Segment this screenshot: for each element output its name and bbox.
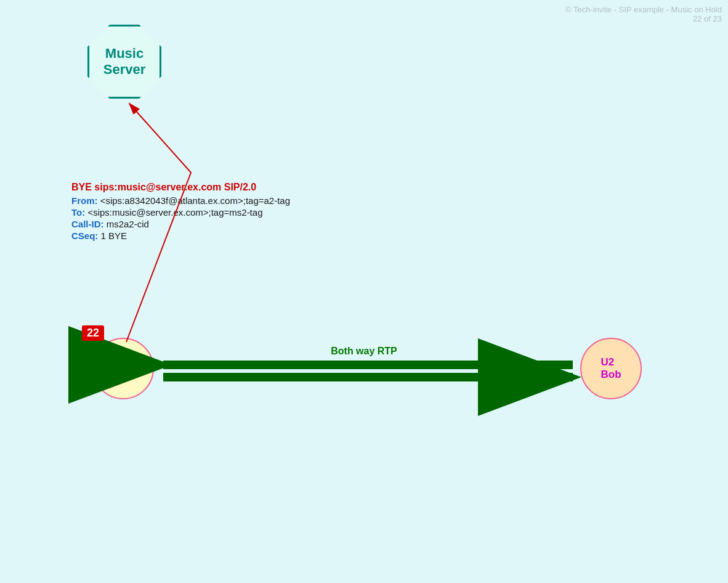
rtp-label-text: Both way RTP [331, 346, 397, 356]
copyright: © Tech-invite - SIP example - Music on H… [565, 5, 722, 23]
sip-to-label: To: [71, 207, 85, 218]
copyright-line1: © Tech-invite - SIP example - Music on H… [565, 5, 722, 14]
u1-alice-node: U1 Alice [92, 338, 154, 399]
sip-to-field: To: <sips:music@server.ex.com>;tag=ms2-t… [71, 207, 290, 218]
copyright-line2: 22 of 23 [565, 14, 722, 23]
music-server-shape: Music Server [87, 25, 161, 99]
sip-message-block: BYE sips:music@server.ex.com SIP/2.0 Fro… [71, 182, 290, 242]
sip-cseq-label: CSeq: [71, 230, 98, 241]
step-badge: 22 [82, 325, 104, 341]
sip-cseq-field: CSeq: 1 BYE [71, 230, 290, 241]
sip-bye-line: BYE sips:music@server.ex.com SIP/2.0 [71, 182, 290, 193]
u2-label: U2 Bob [601, 356, 621, 381]
u1-alice-circle: U1 Alice [92, 338, 154, 399]
sip-from-value: <sips:a8342043f@atlanta.ex.com>;tag=a2-t… [100, 195, 290, 206]
sip-callid-value: ms2a2-cid [107, 219, 149, 229]
sip-callid-label: Call-ID: [71, 219, 104, 229]
sip-from-label: From: [71, 195, 98, 206]
music-server-label: Music Server [103, 46, 146, 78]
sip-to-value: <sips:music@server.ex.com>;tag=ms2-tag [87, 207, 262, 218]
sip-callid-field: Call-ID: ms2a2-cid [71, 219, 290, 229]
u2-bob-node: U2 Bob [580, 338, 642, 399]
u2-bob-circle: U2 Bob [580, 338, 642, 399]
sip-from-field: From: <sips:a8342043f@atlanta.ex.com>;ta… [71, 195, 290, 206]
sip-cseq-value: 1 BYE [101, 230, 127, 241]
u1-label: U1 Alice [111, 356, 136, 381]
music-server-node: Music Server [87, 25, 161, 99]
